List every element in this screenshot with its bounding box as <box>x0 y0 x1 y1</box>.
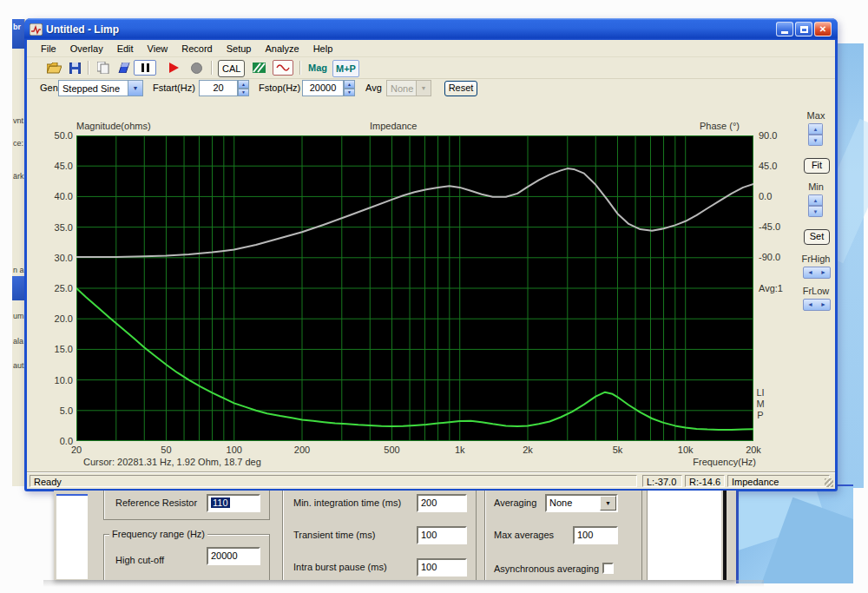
chevron-down-icon[interactable]: ▼ <box>600 496 616 511</box>
status-right-level: R:-14.6 <box>685 475 725 487</box>
avg-count: Avg:1 <box>759 283 783 293</box>
limp-watermark: LIMP <box>755 387 766 421</box>
open-file-button[interactable] <box>46 60 62 76</box>
background-text-fragment: ce: <box>13 139 24 148</box>
arrow-left-icon: ◄ <box>804 300 817 310</box>
calibrate-button[interactable]: CAL <box>218 60 245 77</box>
fstart-label: Fstart(Hz) <box>153 82 195 93</box>
reference-resistor-label: Reference Resistor <box>115 497 197 508</box>
toolbar-separator <box>211 61 213 75</box>
drop-shadow <box>43 580 764 587</box>
set-button[interactable]: Set <box>804 229 830 245</box>
close-button[interactable]: ✕ <box>814 22 832 36</box>
intra-burst-input[interactable]: 100 <box>417 558 467 577</box>
sine-generator-button[interactable] <box>273 60 293 76</box>
chevron-down-icon[interactable]: ▼ <box>128 81 142 96</box>
chevron-down-icon: ▼ <box>416 81 431 96</box>
magnitude-view-button[interactable]: Mag <box>306 60 330 76</box>
fstop-label: Fstop(Hz) <box>259 82 300 93</box>
intra-burst-label: Intra burst pause (ms) <box>293 562 387 572</box>
close-icon: ✕ <box>819 24 826 34</box>
marker-button[interactable] <box>117 60 131 76</box>
spin-up-icon: ▲ <box>808 194 823 206</box>
fstart-spinner[interactable]: ▲▼ <box>238 80 249 96</box>
generator-type-value: Stepped Sine <box>59 83 128 94</box>
flag-icon <box>118 63 130 73</box>
status-ready: Ready <box>30 475 637 487</box>
spin-down-icon: ▼ <box>238 89 249 97</box>
avg-label: Avg <box>365 82 382 93</box>
max-spinner[interactable]: ▲▼ <box>808 123 823 146</box>
menu-analyze[interactable]: Analyze <box>258 42 306 56</box>
start-button[interactable] <box>166 60 181 76</box>
minimize-button[interactable] <box>776 22 793 36</box>
frequency-tick-label: 500 <box>374 445 409 455</box>
dialog-list-box[interactable] <box>56 494 88 579</box>
copy-button[interactable] <box>96 60 110 76</box>
averaging-select[interactable]: None ▼ <box>545 494 618 512</box>
selected-text: 110 <box>211 497 230 508</box>
title-bar[interactable]: Untitled - Limp ✕ <box>24 18 838 40</box>
frequency-tick-label: 5k <box>600 445 635 455</box>
toolbar-separator <box>88 61 89 75</box>
menu-view[interactable]: View <box>141 42 175 56</box>
noise-generator-button[interactable] <box>251 60 266 76</box>
gen-label: Gen <box>40 82 58 93</box>
toolbar-separator <box>299 61 301 75</box>
resize-grip[interactable] <box>825 478 833 487</box>
spin-up-icon: ▲ <box>344 80 355 89</box>
avg-select: None ▼ <box>386 80 431 96</box>
high-cutoff-input[interactable]: 20000 <box>207 547 260 565</box>
phase-tick-label: 45.0 <box>759 161 797 171</box>
max-averages-input[interactable]: 100 <box>573 526 618 544</box>
save-button[interactable] <box>68 60 82 76</box>
arrow-right-icon: ► <box>817 300 830 310</box>
arrow-left-icon: ◄ <box>804 267 817 278</box>
noise-icon <box>253 63 266 73</box>
frequency-tick-label: 200 <box>285 445 319 455</box>
background-window-bottom-right <box>736 484 853 583</box>
frlow-arrows[interactable]: ◄► <box>803 299 831 311</box>
maximize-button[interactable] <box>795 22 812 36</box>
magnitude-tick-label: 45.0 <box>30 161 73 171</box>
status-bar: Ready L:-37.0 R:-14.6 Impedance Measurem… <box>27 472 835 489</box>
magnitude-phase-view-button[interactable]: M+P <box>332 60 359 77</box>
frequency-tick-label: 10k <box>668 445 703 455</box>
phase-curve <box>76 168 753 257</box>
menu-setup[interactable]: Setup <box>220 42 259 56</box>
fstop-input[interactable]: 20000 <box>302 80 344 96</box>
background-text-fragment: um <box>13 312 24 320</box>
fstop-spinner[interactable]: ▲▼ <box>344 80 355 96</box>
reference-resistor-input[interactable]: 110 <box>207 494 260 512</box>
plot-canvas <box>76 135 753 441</box>
averaging-value: None <box>547 496 600 511</box>
copy-pages-icon <box>97 62 109 74</box>
reset-button[interactable]: Reset <box>444 81 477 96</box>
menu-help[interactable]: Help <box>306 42 340 56</box>
record-button[interactable] <box>189 60 203 76</box>
transient-time-input[interactable]: 100 <box>417 526 467 544</box>
async-averaging-checkbox[interactable] <box>602 563 614 574</box>
background-text-fragment: ala <box>13 337 24 346</box>
impedance-plot[interactable] <box>76 135 753 441</box>
fstart-input[interactable]: 20 <box>199 80 238 96</box>
limp-window: Untitled - Limp ✕ File Overlay Edit View… <box>24 18 838 491</box>
menu-edit[interactable]: Edit <box>110 42 141 56</box>
fit-button[interactable]: Fit <box>804 158 830 174</box>
avg-value: None <box>387 83 416 94</box>
sine-icon <box>276 64 290 71</box>
menu-record[interactable]: Record <box>174 42 219 56</box>
phase-tick-label: -45.0 <box>759 221 797 232</box>
frhigh-arrows[interactable]: ◄► <box>803 267 831 279</box>
cursor-readout: Cursor: 20281.31 Hz, 1.92 Ohm, 18.7 deg <box>83 457 261 467</box>
arrow-right-icon: ► <box>817 267 830 278</box>
menu-overlay[interactable]: Overlay <box>63 42 110 56</box>
spin-down-icon: ▼ <box>344 89 355 97</box>
pause-button[interactable] <box>134 60 156 76</box>
min-spinner[interactable]: ▲▼ <box>808 194 823 217</box>
min-integration-input[interactable]: 200 <box>417 494 467 512</box>
generator-type-select[interactable]: Stepped Sine ▼ <box>58 80 143 96</box>
menu-file[interactable]: File <box>34 42 63 56</box>
magnitude-tick-label: 5.0 <box>30 405 73 416</box>
background-window-left-strip: brvntce:ärkn aumalaaut <box>12 19 25 486</box>
